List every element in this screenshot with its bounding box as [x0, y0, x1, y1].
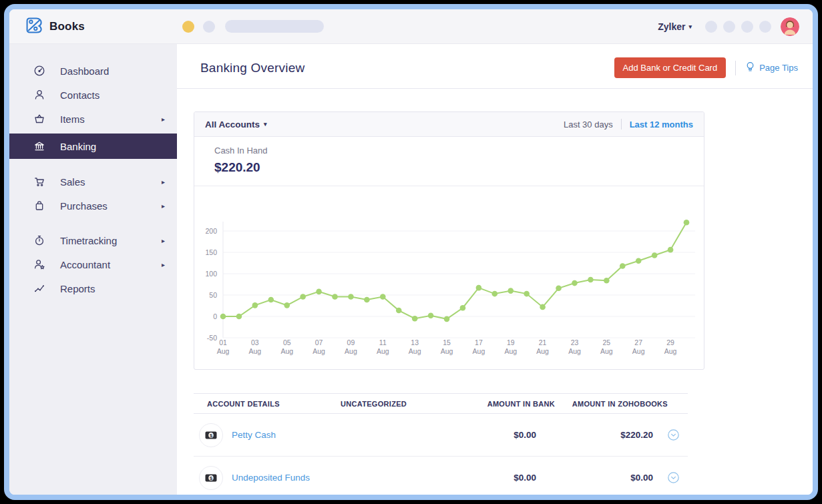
topbar-icon-1[interactable] [705, 21, 717, 33]
svg-text:13Aug: 13Aug [409, 338, 421, 355]
main-content: Banking Overview Add Bank or Credit Card… [177, 44, 813, 495]
topbar-right: Zylker ▾ [658, 17, 799, 36]
lightbulb-icon [745, 61, 755, 75]
cash-summary: Cash In Hand $220.20 [194, 137, 704, 186]
account-link[interactable]: Petty Cash [232, 430, 276, 440]
sidebar-item-label: Items [60, 113, 85, 125]
caret-down-icon: ▾ [688, 23, 692, 30]
top-bar: Books Zylker ▾ [9, 9, 813, 44]
page-tips-label: Page Tips [759, 63, 798, 73]
sidebar-item-label: Purchases [60, 200, 108, 212]
cash-in-hand-label: Cash In Hand [214, 146, 684, 156]
chevron-right-icon: ▸ [162, 202, 165, 210]
table-row: $ Petty Cash $0.00 $220.20 [194, 414, 688, 457]
page-title: Banking Overview [200, 61, 304, 75]
sidebar-item-reports[interactable]: Reports [9, 276, 177, 300]
sidebar-item-label: Contacts [60, 89, 99, 101]
caret-down-icon: ▾ [264, 121, 267, 128]
svg-text:150: 150 [205, 248, 217, 256]
cash-account-icon: $ [199, 423, 223, 447]
sidebar-item-timetracking[interactable]: Timetracking ▸ [9, 228, 177, 252]
svg-text:19Aug: 19Aug [504, 338, 517, 355]
add-bank-button[interactable]: Add Bank or Credit Card [614, 57, 727, 78]
topbar-circle-placeholder[interactable] [203, 21, 215, 33]
sidebar-item-purchases[interactable]: Purchases ▸ [9, 194, 177, 218]
topbar-icon-2[interactable] [723, 21, 735, 33]
table-header-row: ACCOUNT DETAILS UNCATEGORIZED AMOUNT IN … [194, 393, 688, 414]
cart-icon [33, 176, 45, 188]
column-uncategorized: UNCATEGORIZED [341, 400, 441, 408]
account-link[interactable]: Undeposited Funds [232, 473, 310, 483]
topbar-icon-3[interactable] [741, 21, 753, 33]
range-option-30-days[interactable]: Last 30 days [564, 119, 613, 130]
svg-text:100: 100 [205, 270, 217, 278]
svg-text:200: 200 [205, 227, 217, 235]
sidebar-item-accountant[interactable]: Accountant ▸ [9, 252, 177, 276]
books-logo-icon [24, 15, 44, 38]
svg-text:03Aug: 03Aug [249, 338, 262, 355]
amount-in-bank-cell: $0.00 [441, 430, 558, 440]
sidebar-item-sales[interactable]: Sales ▸ [9, 170, 177, 194]
svg-text:-50: -50 [207, 334, 217, 342]
app-window: Books Zylker ▾ [4, 4, 818, 500]
trend-icon [33, 282, 45, 294]
svg-text:25Aug: 25Aug [600, 338, 613, 355]
svg-text:17Aug: 17Aug [473, 338, 485, 355]
app-name: Books [49, 20, 85, 33]
bank-icon [33, 140, 45, 152]
svg-text:09Aug: 09Aug [345, 338, 357, 355]
page-tips-link[interactable]: Page Tips [745, 61, 798, 75]
sidebar-item-label: Accountant [60, 259, 110, 270]
column-account-details: ACCOUNT DETAILS [194, 400, 341, 408]
svg-text:21Aug: 21Aug [536, 338, 549, 355]
amount-in-zohobooks-cell: $220.20 [558, 430, 668, 440]
svg-text:50: 50 [209, 291, 217, 299]
org-name: Zylker [658, 21, 685, 32]
sidebar-item-contacts[interactable]: Contacts [9, 83, 177, 107]
range-option-12-months[interactable]: Last 12 months [630, 119, 693, 130]
accountant-icon [33, 258, 45, 270]
svg-text:01Aug: 01Aug [217, 338, 230, 355]
row-expand-chevron-icon[interactable] [668, 472, 679, 483]
sidebar-item-items[interactable]: Items ▸ [9, 107, 177, 131]
gauge-icon [33, 65, 45, 77]
cash-flow-chart: -5005010015020001Aug03Aug05Aug07Aug09Aug… [194, 192, 704, 362]
sidebar-item-label: Reports [60, 283, 95, 294]
search-bar-placeholder[interactable] [225, 20, 324, 33]
app-logo[interactable]: Books [24, 15, 85, 38]
sidebar-item-label: Banking [60, 141, 96, 152]
banking-overview-card: All Accounts ▾ Last 30 days Last 12 mont… [194, 111, 704, 370]
page-header: Banking Overview Add Bank or Credit Card… [177, 44, 813, 88]
bag-icon [33, 200, 45, 212]
header-separator [735, 61, 736, 75]
cash-account-icon: $ [199, 466, 223, 490]
column-amount-in-zohobooks: AMOUNT IN ZOHOBOOKS [558, 400, 668, 408]
column-amount-in-bank: AMOUNT IN BANK [441, 400, 558, 408]
accounts-filter-dropdown[interactable]: All Accounts ▾ [205, 119, 267, 130]
card-header: All Accounts ▾ Last 30 days Last 12 mont… [194, 112, 704, 137]
chart-container: -5005010015020001Aug03Aug05Aug07Aug09Aug… [194, 186, 704, 369]
topbar-icon-4[interactable] [759, 21, 771, 33]
sidebar-item-banking[interactable]: Banking [9, 134, 177, 159]
org-switcher[interactable]: Zylker ▾ [658, 21, 692, 32]
chevron-right-icon: ▸ [162, 237, 165, 244]
svg-text:0: 0 [213, 312, 217, 320]
sidebar-nav: Dashboard Contacts Items ▸ Banking [9, 44, 177, 495]
stopwatch-icon [33, 234, 45, 246]
notification-dot[interactable] [182, 21, 194, 33]
chevron-right-icon: ▸ [162, 178, 165, 186]
sidebar-item-label: Timetracking [60, 235, 117, 246]
chevron-right-icon: ▸ [162, 261, 165, 268]
svg-text:05Aug: 05Aug [280, 338, 293, 355]
cash-in-hand-value: $220.20 [214, 160, 684, 175]
sidebar-item-label: Sales [60, 176, 85, 188]
user-avatar[interactable] [781, 17, 799, 36]
accounts-table: ACCOUNT DETAILS UNCATEGORIZED AMOUNT IN … [194, 393, 688, 495]
accounts-filter-label: All Accounts [205, 119, 260, 130]
sidebar-item-dashboard[interactable]: Dashboard [9, 59, 177, 83]
row-expand-chevron-icon[interactable] [668, 429, 679, 441]
svg-text:27Aug: 27Aug [632, 338, 645, 355]
svg-text:15Aug: 15Aug [441, 338, 453, 355]
svg-text:29Aug: 29Aug [664, 338, 677, 355]
svg-text:23Aug: 23Aug [568, 338, 581, 355]
